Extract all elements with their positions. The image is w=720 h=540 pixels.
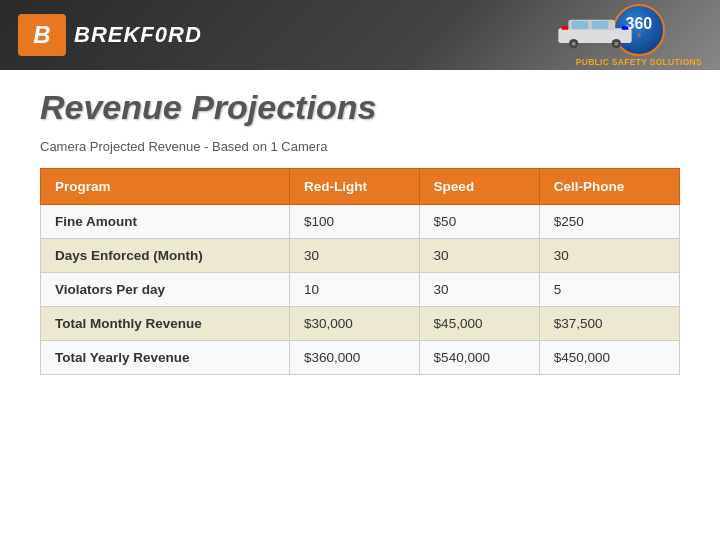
row-4-speed: $45,000	[419, 307, 539, 341]
row-5-red-light: $360,000	[290, 341, 420, 375]
col-program: Program	[41, 169, 290, 205]
row-3-speed: 30	[419, 273, 539, 307]
table-row: Violators Per day 10 30 5	[41, 273, 680, 307]
row-2-speed: 30	[419, 239, 539, 273]
car-image-area	[550, 2, 640, 57]
logo-area: B BREKF0RD	[18, 14, 202, 56]
svg-point-7	[572, 41, 576, 45]
table-row: Total Yearly Revenue $360,000 $540,000 $…	[41, 341, 680, 375]
table-body: Fine Amount $100 $50 $250 Days Enforced …	[41, 205, 680, 375]
revenue-table: Program Red-Light Speed Cell-Phone Fine …	[40, 168, 680, 375]
col-speed: Speed	[419, 169, 539, 205]
row-5-cell-phone: $450,000	[539, 341, 679, 375]
header: B BREKF0RD 360 ° PUBLI	[0, 0, 720, 70]
subtitle-text: Camera Projected Revenue - Based on 1 Ca…	[40, 139, 328, 154]
row-1-speed: $50	[419, 205, 539, 239]
table-row: Days Enforced (Month) 30 30 30	[41, 239, 680, 273]
row-1-red-light: $100	[290, 205, 420, 239]
car-icon	[555, 10, 635, 50]
subtitle-area: Camera Projected Revenue - Based on 1 Ca…	[0, 135, 720, 168]
row-2-program: Days Enforced (Month)	[41, 239, 290, 273]
row-1-cell-phone: $250	[539, 205, 679, 239]
row-5-program: Total Yearly Revenue	[41, 341, 290, 375]
header-row: Program Red-Light Speed Cell-Phone	[41, 169, 680, 205]
public-safety-label: PUBLIC SAFETY SOLUTIONS	[576, 57, 702, 67]
svg-rect-5	[622, 26, 629, 29]
brand-name: BREKF0RD	[74, 22, 202, 48]
col-cell-phone: Cell-Phone	[539, 169, 679, 205]
row-4-red-light: $30,000	[290, 307, 420, 341]
row-4-program: Total Monthly Revenue	[41, 307, 290, 341]
svg-rect-0	[558, 28, 631, 43]
table-header: Program Red-Light Speed Cell-Phone	[41, 169, 680, 205]
logo-box: B	[18, 14, 66, 56]
table-row: Fine Amount $100 $50 $250	[41, 205, 680, 239]
row-3-program: Violators Per day	[41, 273, 290, 307]
col-red-light: Red-Light	[290, 169, 420, 205]
page-title-area: Revenue Projections	[0, 70, 720, 135]
row-3-red-light: 10	[290, 273, 420, 307]
row-5-speed: $540,000	[419, 341, 539, 375]
row-4-cell-phone: $37,500	[539, 307, 679, 341]
table-row: Total Monthly Revenue $30,000 $45,000 $3…	[41, 307, 680, 341]
svg-rect-4	[562, 26, 569, 29]
table-wrapper: Program Red-Light Speed Cell-Phone Fine …	[0, 168, 720, 395]
svg-point-9	[614, 41, 618, 45]
svg-rect-3	[592, 21, 609, 29]
page-title: Revenue Projections	[40, 88, 680, 127]
row-1-program: Fine Amount	[41, 205, 290, 239]
row-2-red-light: 30	[290, 239, 420, 273]
row-2-cell-phone: 30	[539, 239, 679, 273]
svg-rect-2	[572, 21, 589, 29]
row-3-cell-phone: 5	[539, 273, 679, 307]
logo-b-letter: B	[33, 21, 50, 49]
